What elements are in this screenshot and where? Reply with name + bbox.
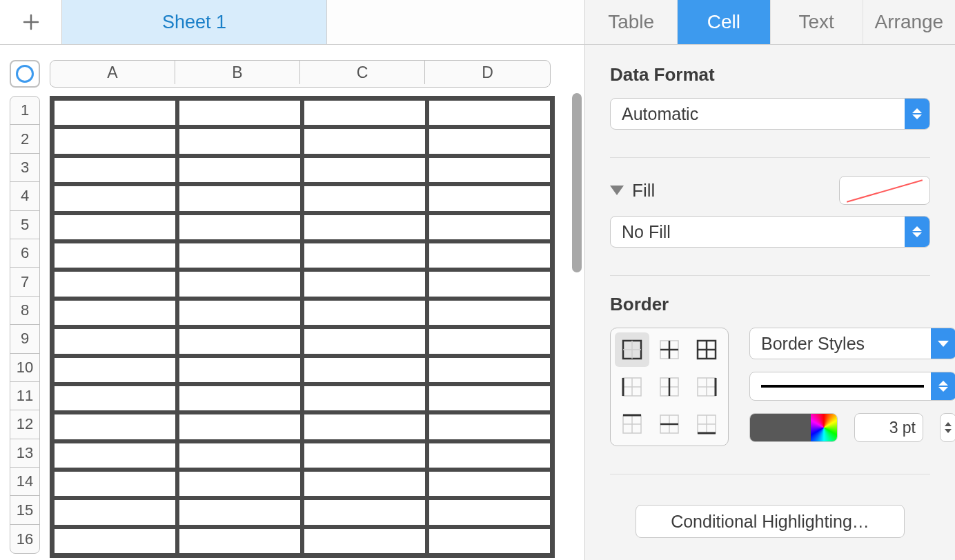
- row-header[interactable]: 3: [10, 154, 39, 182]
- cell[interactable]: [52, 299, 177, 327]
- row-header[interactable]: 5: [10, 211, 39, 239]
- border-right-button[interactable]: [689, 370, 724, 404]
- cell[interactable]: [52, 384, 177, 412]
- tab-arrange[interactable]: Arrange: [863, 0, 955, 44]
- column-header[interactable]: B: [175, 61, 300, 84]
- cell[interactable]: [427, 99, 552, 127]
- cell[interactable]: [177, 412, 302, 441]
- row-header[interactable]: 9: [10, 325, 39, 353]
- cell[interactable]: [52, 213, 177, 241]
- cell[interactable]: [427, 356, 552, 384]
- cell[interactable]: [52, 327, 177, 355]
- spreadsheet-area[interactable]: ABCD 12345678910111213141516: [0, 45, 584, 560]
- row-header[interactable]: 1: [10, 97, 39, 125]
- cell[interactable]: [302, 270, 427, 298]
- vertical-scrollbar[interactable]: [572, 93, 582, 272]
- column-header[interactable]: A: [50, 61, 175, 84]
- border-all-button[interactable]: [689, 332, 724, 367]
- cell[interactable]: [177, 470, 302, 498]
- cell[interactable]: [302, 384, 427, 412]
- column-header[interactable]: D: [425, 61, 550, 84]
- border-width-stepper[interactable]: [940, 413, 955, 442]
- border-bottom-button[interactable]: [689, 407, 724, 441]
- cell[interactable]: [427, 270, 552, 298]
- cell[interactable]: [177, 527, 302, 555]
- cell[interactable]: [177, 441, 302, 470]
- cell[interactable]: [302, 527, 427, 555]
- add-sheet-button[interactable]: [0, 0, 62, 44]
- row-header[interactable]: 12: [10, 410, 39, 439]
- border-outline-button[interactable]: [615, 332, 649, 367]
- cell[interactable]: [52, 412, 177, 441]
- cell[interactable]: [177, 184, 302, 212]
- conditional-highlighting-button[interactable]: Conditional Highlighting…: [636, 505, 905, 538]
- border-color-picker[interactable]: [749, 413, 838, 442]
- row-header[interactable]: 11: [10, 382, 39, 410]
- cell[interactable]: [427, 327, 552, 355]
- cell[interactable]: [52, 127, 177, 155]
- border-inside-button[interactable]: [652, 332, 687, 367]
- cell[interactable]: [427, 299, 552, 327]
- cell[interactable]: [177, 99, 302, 127]
- cell[interactable]: [302, 470, 427, 498]
- sheet-tab[interactable]: Sheet 1: [62, 0, 327, 44]
- cell[interactable]: [177, 127, 302, 155]
- row-header[interactable]: 2: [10, 125, 39, 153]
- cell[interactable]: [177, 327, 302, 355]
- cell[interactable]: [302, 327, 427, 355]
- cell[interactable]: [427, 213, 552, 241]
- select-all-button[interactable]: [10, 60, 40, 88]
- cell[interactable]: [177, 498, 302, 526]
- border-horizontal-button[interactable]: [652, 407, 687, 441]
- border-top-button[interactable]: [615, 407, 649, 441]
- cell[interactable]: [427, 441, 552, 470]
- cell[interactable]: [52, 270, 177, 298]
- row-header[interactable]: 13: [10, 439, 39, 468]
- data-format-select[interactable]: Automatic: [610, 98, 930, 130]
- fill-color-well[interactable]: [839, 176, 930, 205]
- cell[interactable]: [302, 213, 427, 241]
- cell[interactable]: [177, 299, 302, 327]
- border-width-input[interactable]: 3 pt: [854, 413, 923, 442]
- cell[interactable]: [302, 241, 427, 270]
- cell[interactable]: [302, 127, 427, 155]
- cell[interactable]: [177, 356, 302, 384]
- cell[interactable]: [427, 412, 552, 441]
- cell[interactable]: [52, 470, 177, 498]
- tab-table[interactable]: Table: [585, 0, 678, 44]
- cell[interactable]: [427, 184, 552, 212]
- border-styles-select[interactable]: Border Styles: [749, 328, 955, 359]
- cell[interactable]: [302, 99, 427, 127]
- border-line-style-select[interactable]: [749, 372, 955, 401]
- row-header[interactable]: 10: [10, 354, 39, 382]
- cell[interactable]: [302, 412, 427, 441]
- cell[interactable]: [52, 356, 177, 384]
- border-vertical-button[interactable]: [652, 370, 687, 404]
- cell[interactable]: [302, 184, 427, 212]
- cell[interactable]: [177, 270, 302, 298]
- fill-type-select[interactable]: No Fill: [610, 216, 930, 248]
- cell[interactable]: [427, 384, 552, 412]
- cell[interactable]: [302, 441, 427, 470]
- row-header[interactable]: 8: [10, 297, 39, 325]
- cell[interactable]: [52, 527, 177, 555]
- cell[interactable]: [52, 241, 177, 270]
- tab-cell[interactable]: Cell: [678, 0, 770, 44]
- cell[interactable]: [52, 441, 177, 470]
- row-header[interactable]: 15: [10, 496, 39, 524]
- row-header[interactable]: 6: [10, 239, 39, 268]
- cell[interactable]: [427, 498, 552, 526]
- cell[interactable]: [302, 156, 427, 184]
- row-header[interactable]: 14: [10, 468, 39, 496]
- cell[interactable]: [177, 384, 302, 412]
- cell[interactable]: [302, 299, 427, 327]
- cell[interactable]: [177, 213, 302, 241]
- cell[interactable]: [177, 241, 302, 270]
- column-header[interactable]: C: [300, 61, 425, 84]
- cell[interactable]: [427, 156, 552, 184]
- cell[interactable]: [302, 498, 427, 526]
- cell[interactable]: [52, 184, 177, 212]
- row-header[interactable]: 16: [10, 525, 39, 553]
- cell[interactable]: [427, 127, 552, 155]
- cell[interactable]: [52, 156, 177, 184]
